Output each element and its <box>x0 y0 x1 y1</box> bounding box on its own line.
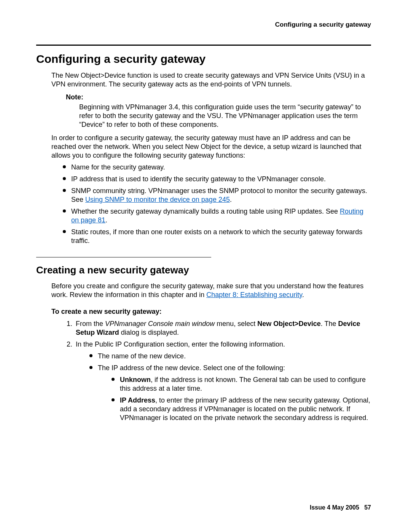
text: dialog is displayed. <box>119 329 179 336</box>
bullet-list: Name for the security gateway. IP addres… <box>63 163 371 245</box>
section2-body: Before you create and configure the secu… <box>51 282 371 299</box>
list-item: The IP address of the new device. Select… <box>89 364 371 422</box>
text: , if the address is not known. The Gener… <box>120 376 366 392</box>
list-item: Static routes, if more than one router e… <box>63 228 371 245</box>
paragraph: The New Object>Device function is used t… <box>51 71 371 89</box>
text: . <box>230 196 232 203</box>
document-page: Configuring a security gateway Configuri… <box>0 0 411 532</box>
link-snmp-monitor[interactable]: Using SNMP to monitor the device on page… <box>85 196 230 203</box>
text: menu, select <box>215 320 257 328</box>
text: In the Public IP Configuration section, … <box>76 340 285 348</box>
list-item: SNMP community string. VPNmanager uses t… <box>63 187 371 204</box>
list-item: IP address that is used to identify the … <box>63 175 371 184</box>
issue-label: Issue 4 May 2005 <box>310 504 359 511</box>
section1-body: The New Object>Device function is used t… <box>51 71 371 89</box>
text: The IP address of the new device. Select… <box>98 364 285 372</box>
text: Whether the security gateway dynamically… <box>71 208 340 215</box>
horizontal-rule <box>36 45 371 46</box>
paragraph: Before you create and configure the secu… <box>51 282 371 299</box>
text: , to enter the primary IP address of the… <box>120 396 370 422</box>
page-number: 57 <box>364 504 371 511</box>
task-heading: To create a new security gateway: <box>51 308 371 316</box>
bold-text: New Object>Device <box>257 320 321 328</box>
list-item: Unknown, if the address is not known. Th… <box>112 375 371 393</box>
list-item: The name of the new device. <box>89 352 371 361</box>
sub-bullet-list: The name of the new device. The IP addre… <box>89 352 371 422</box>
page-footer: Issue 4 May 2005 57 <box>310 504 371 511</box>
section2-steps: From the VPNmanager Console main window … <box>51 320 371 422</box>
paragraph: In order to configure a security gateway… <box>51 134 371 160</box>
sub-sub-bullet-list: Unknown, if the address is not known. Th… <box>112 375 371 422</box>
text: . <box>302 291 304 299</box>
section-heading-1: Configuring a security gateway <box>36 53 371 66</box>
text: . <box>105 216 107 224</box>
list-item: From the VPNmanager Console main window … <box>74 320 371 337</box>
text: From the <box>76 320 105 328</box>
text: . The <box>321 320 338 328</box>
numbered-list: From the VPNmanager Console main window … <box>63 320 371 422</box>
emphasis: VPNmanager Console main window <box>105 320 215 328</box>
note-label: Note: <box>66 93 371 101</box>
bold-text: IP Address <box>120 396 155 404</box>
list-item: Whether the security gateway dynamically… <box>63 207 371 225</box>
sub-horizontal-rule <box>36 257 211 257</box>
list-item: In the Public IP Configuration section, … <box>74 340 371 422</box>
section1-body2: In order to configure a security gateway… <box>51 134 371 245</box>
bold-text: Unknown <box>120 376 151 383</box>
note-body: Beginning with VPNmanager 3.4, this conf… <box>79 103 371 129</box>
running-header: Configuring a security gateway <box>36 21 371 29</box>
list-item: IP Address, to enter the primary IP addr… <box>112 396 371 422</box>
list-item: Name for the security gateway. <box>63 163 371 172</box>
section-heading-2: Creating a new security gateway <box>36 264 371 276</box>
link-chapter8[interactable]: Chapter 8: Establishing security <box>206 291 302 299</box>
